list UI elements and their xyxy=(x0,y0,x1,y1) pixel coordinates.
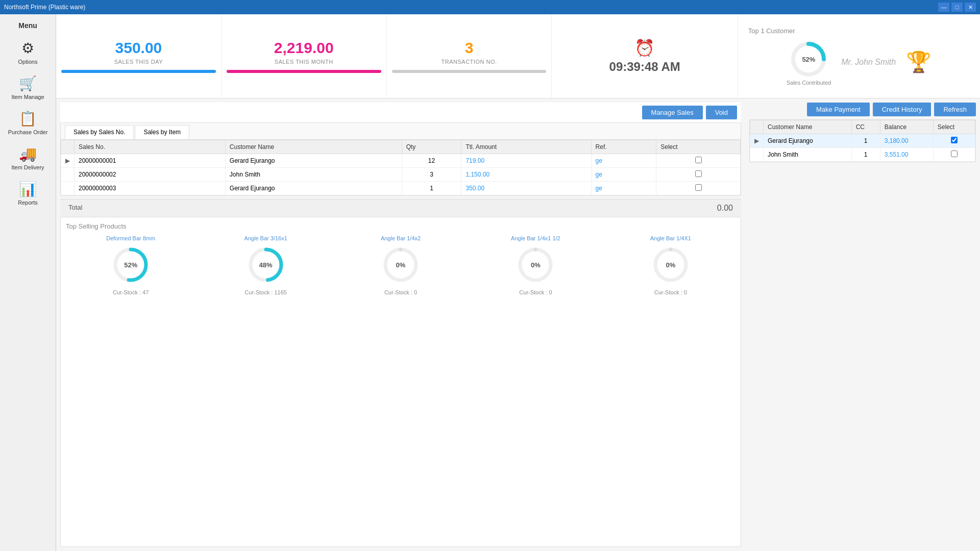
ref: ge xyxy=(591,168,656,182)
minimize-button[interactable]: — xyxy=(938,3,949,12)
cust-select-checkbox[interactable] xyxy=(951,151,958,157)
cust-select-checkbox[interactable] xyxy=(951,137,958,143)
sidebar-item-purchase-order[interactable]: 📋 Purchase Order xyxy=(0,105,56,140)
col-select: Select xyxy=(656,140,741,154)
right-action-bar: Make Payment Credit History Refresh xyxy=(749,103,976,116)
product-name: Angle Bar 1/4x1 1/2 xyxy=(511,235,560,241)
clock-card: ⏰ 09:39:48 AM xyxy=(552,14,738,98)
transaction-bar xyxy=(392,70,547,73)
transaction-label: TRANSACTION NO. xyxy=(442,59,497,65)
clock-time: 09:39:48 AM xyxy=(609,60,680,74)
select-cell[interactable] xyxy=(656,182,741,195)
action-bar: Manage Sales Void xyxy=(60,103,741,122)
cust-cc: 1 xyxy=(851,148,880,162)
top-customer-percent: 52% xyxy=(802,55,815,63)
select-cell[interactable] xyxy=(656,154,741,168)
sidebar: Menu ⚙ Options 🛒 Item Manage 📋 Purchase … xyxy=(0,14,56,551)
sales-month-value: 2,219.00 xyxy=(274,39,334,57)
product-percent: 0% xyxy=(666,261,675,269)
stat-sales-day: 350.00 SALES THIS DAY xyxy=(56,14,222,98)
product-name: Angle Bar 1/4X1 xyxy=(650,235,691,241)
cust-select-cell[interactable] xyxy=(933,148,975,162)
product-name: Angle Bar 1/4x2 xyxy=(381,235,421,241)
cart-icon: 🛒 xyxy=(19,75,37,92)
product-percent: 0% xyxy=(531,261,541,269)
customer-row: ▶ Gerard Ejurangо 1 3,180.00 xyxy=(750,134,975,148)
close-button[interactable]: ✕ xyxy=(965,3,976,12)
col-ref: Ref. xyxy=(591,140,656,154)
customer-name: John Smith xyxy=(225,168,402,182)
product-name: Deformed Bar 8mm xyxy=(106,235,155,241)
total-value: 0.00 xyxy=(717,204,733,213)
sales-no: 20000000001 xyxy=(75,154,226,168)
sidebar-label-reports: Reports xyxy=(18,199,38,206)
customer-name: Gerard Ejurangо xyxy=(225,182,402,195)
make-payment-button[interactable]: Make Payment xyxy=(807,103,870,116)
col-customer-name: Customer Name xyxy=(225,140,402,154)
col-qty: Qty xyxy=(402,140,461,154)
cust-col-balance: Balance xyxy=(880,120,933,134)
product-percent: 52% xyxy=(124,261,137,269)
customer-name: Gerard Ejurangо xyxy=(225,154,402,168)
sidebar-header: Menu xyxy=(0,18,56,35)
cust-cc: 1 xyxy=(851,134,880,148)
sales-day-label: SALES THIS DAY xyxy=(114,59,163,65)
sales-day-value: 350.00 xyxy=(115,39,162,57)
void-button[interactable]: Void xyxy=(706,106,737,119)
qty: 12 xyxy=(402,154,461,168)
row-arrow xyxy=(61,168,75,182)
amount: 350.00 xyxy=(461,182,591,195)
credit-history-button[interactable]: Credit History xyxy=(873,103,932,116)
select-checkbox[interactable] xyxy=(695,184,702,191)
window-controls: — □ ✕ xyxy=(938,3,976,12)
select-checkbox[interactable] xyxy=(695,170,702,177)
cust-name: John Smith xyxy=(764,148,852,162)
right-panel: Make Payment Credit History Refresh Cust… xyxy=(745,98,980,551)
cur-stock: Cur-Stock : 1165 xyxy=(244,289,287,295)
cur-stock: Cur-Stock : 0 xyxy=(654,289,687,295)
tab-sales-by-item[interactable]: Sales by Item xyxy=(135,125,189,139)
sidebar-item-item-delivery[interactable]: 🚚 Item Delivery xyxy=(0,140,56,176)
products-row: Deformed Bar 8mm 52% Cur-Stock : 47 Angl… xyxy=(66,235,736,295)
sales-table-section: Sales by Sales No. Sales by Item Sales N… xyxy=(60,122,741,196)
cust-col-select: Select xyxy=(933,120,975,134)
cust-col-arrow xyxy=(750,120,764,134)
qty: 1 xyxy=(402,182,461,195)
top-customer-donut: 52% xyxy=(788,39,829,80)
sidebar-item-item-manage[interactable]: 🛒 Item Manage xyxy=(0,70,56,105)
content-area: Manage Sales Void Sales by Sales No. Sal… xyxy=(56,98,980,551)
product-donut: 52% xyxy=(110,244,151,285)
tab-sales-by-sales-no[interactable]: Sales by Sales No. xyxy=(65,125,134,139)
select-checkbox[interactable] xyxy=(695,157,702,163)
stat-transaction: 3 TRANSACTION NO. xyxy=(387,14,552,98)
tabs-row: Sales by Sales No. Sales by Item xyxy=(61,123,741,140)
clipboard-icon: 📋 xyxy=(19,110,37,127)
top-customer-name: Mr. John Smith xyxy=(841,58,896,67)
product-percent: 48% xyxy=(259,261,273,269)
top-selling-section: Top Selling Products Deformed Bar 8mm 52… xyxy=(60,217,741,547)
sales-month-bar xyxy=(227,70,381,73)
refresh-button[interactable]: Refresh xyxy=(934,103,976,116)
sales-table: Sales No. Customer Name Qty Ttl. Amount … xyxy=(61,140,741,195)
sidebar-label-item-manage: Item Manage xyxy=(11,94,44,100)
select-cell[interactable] xyxy=(656,168,741,182)
cur-stock: Cur-Stock : 47 xyxy=(113,289,149,295)
chart-icon: 📊 xyxy=(19,181,37,197)
truck-icon: 🚚 xyxy=(19,145,37,162)
cust-name: Gerard Ejurangо xyxy=(764,134,852,148)
sidebar-item-options[interactable]: ⚙ Options xyxy=(0,35,56,70)
sidebar-item-reports[interactable]: 📊 Reports xyxy=(0,176,56,211)
top-customer-card: Top 1 Customer 52% Sales Contributed Mr.… xyxy=(738,14,980,98)
sales-row: ▶ 20000000001 Gerard Ejurangо 12 719.00 … xyxy=(61,154,741,168)
maximize-button[interactable]: □ xyxy=(951,3,963,12)
product-donut: 0% xyxy=(515,244,556,285)
product-card: Angle Bar 1/4x1 1/2 0% Cur-Stock : 0 xyxy=(471,235,600,295)
qty: 3 xyxy=(402,168,461,182)
stats-row: 350.00 SALES THIS DAY 2,219.00 SALES THI… xyxy=(56,14,980,98)
customer-table-section: Customer Name CC Balance Select ▶ Gerard… xyxy=(749,119,976,162)
row-arrow xyxy=(61,182,75,195)
cur-stock: Cur-Stock : 0 xyxy=(384,289,417,295)
total-label: Total xyxy=(68,204,82,213)
manage-sales-button[interactable]: Manage Sales xyxy=(642,106,703,119)
cust-select-cell[interactable] xyxy=(933,134,975,148)
